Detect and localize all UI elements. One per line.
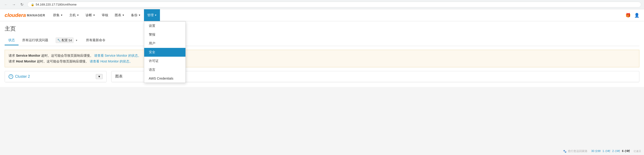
warning-1-link[interactable]: 请查看 Service Monitor 的状态。 (94, 54, 141, 57)
cluster-expand-button[interactable]: ▼ (96, 74, 103, 79)
forward-button[interactable]: → (11, 1, 17, 8)
cluster-icon: ? (8, 74, 13, 79)
dropdown-item-aws-credentials[interactable]: AWS Credentials (144, 74, 186, 83)
config-tab-arrow[interactable]: ▼ (74, 39, 78, 42)
url-text: 54.169.220.17:7180/cmf/home (36, 3, 76, 6)
cluster-card: ? Cluster 2 ▼ (5, 71, 107, 82)
browser-chrome: ← → ↻ 🔒 54.169.220.17:7180/cmf/home (0, 0, 644, 9)
warning-area: 请求 Service Monitor 超时。这可能会导致页面响应缓慢。 请查看 … (5, 50, 639, 67)
manage-arrow-icon: ▼ (154, 14, 157, 16)
tab-recent-commands[interactable]: 所有最新命令 (82, 36, 109, 45)
diagnostics-arrow-icon: ▼ (93, 14, 95, 16)
dropdown-item-alerts[interactable]: 警报 (144, 30, 186, 39)
clusters-arrow-icon: ▼ (60, 14, 63, 16)
charts-arrow-icon: ▼ (122, 14, 124, 16)
warning-1-text: 超时。这可能会导致页面响应缓慢。 (41, 54, 93, 57)
page-title: 主页 (5, 25, 639, 32)
main-area: ? Cluster 2 ▼ 图表 (0, 71, 644, 87)
wrench-icon: 🔧 (57, 39, 61, 42)
page-content: 主页 状态 所有运行状况问题 🔧 配置 54 ▼ 所有最新命令 请求 Servi… (0, 21, 644, 87)
cluster-card-header: ? Cluster 2 ▼ (5, 71, 106, 82)
address-bar[interactable]: 🔒 54.169.220.17:7180/cmf/home (27, 1, 641, 7)
dropdown-item-license[interactable]: 许可证 (144, 57, 186, 65)
warning-2: 请求 Host Monitor 超时。这可能会导致页面响应缓慢。 请查看 Hos… (8, 58, 636, 64)
tab-config[interactable]: 🔧 配置 54 ▼ (52, 35, 82, 46)
logo-area: cloudera MANAGER (5, 12, 45, 18)
warning-2-text: 超时。这可能会导致页面响应缓慢。 (37, 59, 89, 63)
header-right: 🎁 👤 (626, 13, 639, 18)
gift-icon[interactable]: 🎁 (626, 13, 630, 18)
tab-health-issues[interactable]: 所有运行状况问题 (18, 36, 52, 45)
nav-item-charts[interactable]: 图表 ▼ (112, 9, 128, 21)
manage-dropdown: 设置 警报 用户 安全 许可证 语言 AWS Credentials (144, 21, 186, 83)
warning-2-link[interactable]: 请查看 Host Monitor 的状态。 (90, 59, 132, 63)
nav-item-hosts[interactable]: 主机 ▼ (66, 9, 82, 21)
charts-card-header: 图表 (112, 71, 639, 82)
dropdown-item-language[interactable]: 语言 (144, 65, 186, 74)
nav-item-diagnostics[interactable]: 诊断 ▼ (82, 9, 98, 21)
refresh-button[interactable]: ↻ (18, 1, 25, 8)
browser-nav-buttons: ← → ↻ (3, 1, 25, 8)
dropdown-item-settings[interactable]: 设置 (144, 21, 186, 30)
nav-item-backup[interactable]: 备份 ▼ (128, 9, 144, 21)
mgmt-nav-container: 管理 ▼ 设置 警报 用户 安全 许可证 语言 AWS Credentials (144, 9, 160, 21)
config-badge: 🔧 配置 54 (56, 37, 74, 43)
tab-status[interactable]: 状态 (5, 36, 18, 45)
nav-item-manage[interactable]: 管理 ▼ (144, 9, 160, 21)
backup-arrow-icon: ▼ (138, 14, 141, 16)
cluster-name[interactable]: Cluster 2 (15, 74, 30, 79)
tabs-bar: 状态 所有运行状况问题 🔧 配置 54 ▼ 所有最新命令 (5, 35, 639, 46)
hosts-arrow-icon: ▼ (77, 14, 79, 16)
logo-cloudera: cloudera (5, 12, 26, 18)
nav-menu: 群集 ▼ 主机 ▼ 诊断 ▼ 审核 图表 ▼ 备份 ▼ 管理 (50, 9, 626, 21)
dropdown-item-security[interactable]: 安全 (144, 48, 186, 57)
lock-icon: 🔒 (31, 3, 34, 6)
charts-card: 图表 (111, 71, 639, 82)
logo-manager: MANAGER (27, 13, 45, 17)
nav-item-clusters[interactable]: 群集 ▼ (50, 9, 66, 21)
dropdown-item-users[interactable]: 用户 (144, 39, 186, 48)
nav-item-audit[interactable]: 审核 (98, 9, 112, 21)
warning-1: 请求 Service Monitor 超时。这可能会导致页面响应缓慢。 请查看 … (8, 53, 636, 58)
page-title-bar: 主页 状态 所有运行状况问题 🔧 配置 54 ▼ 所有最新命令 (0, 21, 644, 46)
app-header: cloudera MANAGER 群集 ▼ 主机 ▼ 诊断 ▼ 审核 图表 ▼ … (0, 9, 644, 21)
user-icon[interactable]: 👤 (634, 13, 639, 18)
warning-2-service: Host Monitor (16, 59, 36, 63)
warning-1-service: Service Monitor (16, 54, 40, 57)
back-button[interactable]: ← (3, 1, 9, 8)
